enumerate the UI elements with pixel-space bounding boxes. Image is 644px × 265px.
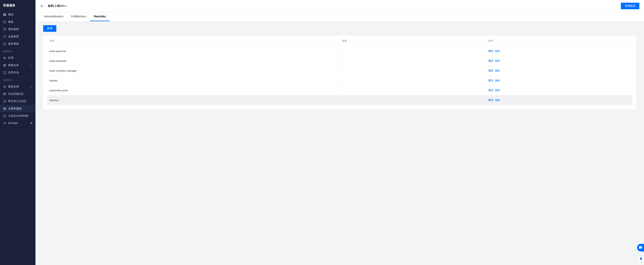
- svg-rect-1: [5, 13, 6, 14]
- cell-ops: 删除编辑: [486, 46, 632, 56]
- sidebar-ops-item-3[interactable]: 云原生监控: [0, 105, 36, 112]
- cell-template: -: [340, 85, 486, 95]
- chevron-down-icon: [30, 85, 32, 88]
- view-config-button[interactable]: 查看配置: [621, 3, 639, 9]
- delete-link[interactable]: 删除: [488, 89, 494, 92]
- svg-point-5: [4, 65, 5, 66]
- sidebar-item-label: 集群: [8, 20, 32, 24]
- sidebar-ops-item-0[interactable]: 集群运维: [0, 83, 36, 90]
- edit-link[interactable]: 编辑: [495, 69, 500, 72]
- col-header-ops: 操作: [486, 36, 632, 46]
- sidebar-ops-item-1[interactable]: 日志采集(旧): [0, 90, 36, 98]
- svg-rect-4: [4, 64, 6, 66]
- sidebar-app-item-2[interactable]: 应用市场: [0, 69, 36, 76]
- sidebar-section-ops: 运维中心: [0, 76, 36, 83]
- cell-name: kubelet: [47, 76, 340, 85]
- table-row: kubelet-删除编辑: [47, 76, 632, 85]
- svg-rect-7: [4, 93, 6, 95]
- table-row: cadvisor-删除编辑: [47, 95, 632, 105]
- tab-rawjobs[interactable]: RawJobs: [90, 12, 110, 21]
- calendar-icon: [3, 92, 6, 95]
- tab-servicemonitors[interactable]: ServiceMonitors: [40, 12, 67, 21]
- sidebar-item-3[interactable]: 边缘集群: [0, 33, 36, 40]
- bars-icon: [3, 56, 6, 59]
- delete-link[interactable]: 删除: [488, 59, 494, 62]
- edit-link[interactable]: 编辑: [495, 99, 500, 101]
- cell-name: kube-controller-manager: [47, 66, 340, 76]
- table-row: kube-apiserver-删除编辑: [47, 46, 632, 56]
- cell-template: -: [340, 46, 486, 56]
- infinity-icon: [3, 122, 6, 125]
- chevron-down-icon: [30, 64, 32, 66]
- cell-ops: 删除编辑: [486, 95, 632, 105]
- cloud-icon: [3, 35, 6, 38]
- cell-ops: 删除编辑: [486, 56, 632, 66]
- table-card: 名称 模板 操作 kube-apiserver-删除编辑kube-schedul…: [43, 36, 636, 109]
- square-icon: [3, 71, 6, 74]
- chat-float-button[interactable]: [637, 244, 644, 252]
- hex-icon: [3, 114, 6, 117]
- sidebar-item-label: 云原生监控: [8, 107, 32, 110]
- sidebar-item-label: 应用市场: [8, 71, 32, 74]
- table-row: kube-controller-manager-删除编辑: [47, 66, 632, 76]
- cell-name: kube-scheduler: [47, 56, 340, 66]
- sidebar-item-label: 概览: [8, 13, 32, 16]
- cell-template: -: [340, 95, 486, 105]
- sidebar-section-app: 应用中心: [0, 47, 36, 54]
- sidebar-item-label: 云原生etcd(内测): [8, 114, 32, 118]
- sidebar-item-label: 弹性集群: [8, 27, 32, 31]
- box-icon: [3, 64, 6, 67]
- delete-link[interactable]: 删除: [488, 99, 494, 101]
- sidebar-item-label: 集群运维: [8, 85, 30, 88]
- edit-link[interactable]: 编辑: [495, 49, 500, 52]
- chart-icon: [3, 107, 6, 110]
- sidebar-title: 容器服务: [0, 0, 36, 11]
- sidebar-item-0[interactable]: 概览: [0, 11, 36, 18]
- sidebar-ops-item-4[interactable]: 云原生etcd(内测): [0, 112, 36, 120]
- add-button[interactable]: 新增: [43, 25, 56, 32]
- edit-link[interactable]: 编辑: [495, 89, 500, 92]
- col-header-template: 模板: [340, 36, 486, 46]
- sidebar-ops-item-2[interactable]: 事件持久化(旧): [0, 98, 36, 105]
- sidebar-item-label: 边缘集群: [8, 35, 32, 38]
- delete-link[interactable]: 删除: [488, 69, 494, 72]
- cell-ops: 删除编辑: [486, 85, 632, 95]
- sidebar-app-item-1[interactable]: 镜像仓库: [0, 62, 36, 69]
- sidebar-ops-item-5[interactable]: DevOps: [0, 120, 36, 127]
- hex-icon: [3, 28, 6, 31]
- help-float-button[interactable]: [638, 256, 644, 262]
- edit-link[interactable]: 编辑: [495, 79, 500, 82]
- cell-template: -: [340, 66, 486, 76]
- col-header-name: 名称: [47, 36, 340, 46]
- content: 新增 名称 模板 操作 kube-apiserver-删除编辑kube-sche…: [36, 21, 644, 265]
- delete-link[interactable]: 删除: [488, 79, 494, 82]
- cell-ops: 删除编辑: [486, 76, 632, 85]
- tab-podmonitors[interactable]: PodMonitors: [67, 12, 90, 21]
- sidebar-item-label: DevOps: [8, 122, 30, 125]
- table-row: kube-scheduler-删除编辑: [47, 56, 632, 66]
- delete-link[interactable]: 删除: [488, 49, 494, 52]
- sidebar-item-label: 服务网格: [8, 42, 32, 46]
- edit-link[interactable]: 编辑: [495, 59, 500, 62]
- main: 集群(上海)/cls-... 查看配置 ServiceMonitorsPodMo…: [36, 0, 644, 265]
- cell-template: -: [340, 56, 486, 66]
- breadcrumb: 集群(上海)/cls-...: [48, 4, 621, 8]
- hex-icon: [3, 85, 6, 88]
- cell-name: kube-apiserver: [47, 46, 340, 56]
- grid-icon: [3, 13, 6, 16]
- sidebar-item-4[interactable]: 服务网格: [0, 40, 36, 47]
- svg-rect-3: [5, 15, 6, 16]
- svg-rect-6: [4, 72, 6, 74]
- cell-ops: 删除编辑: [486, 66, 632, 76]
- sidebar-item-2[interactable]: 弹性集群: [0, 26, 36, 33]
- svg-rect-0: [4, 13, 4, 14]
- cell-name: cadvisor: [47, 95, 340, 105]
- back-button[interactable]: [40, 4, 44, 8]
- header: 集群(上海)/cls-... 查看配置: [36, 0, 644, 12]
- sidebar-item-label: 镜像仓库: [8, 63, 30, 67]
- cell-name: kubernetes-pods: [47, 85, 340, 95]
- sidebar-app-item-0[interactable]: 应用: [0, 54, 36, 62]
- svg-rect-2: [4, 15, 4, 16]
- cell-template: -: [340, 76, 486, 85]
- sidebar-item-1[interactable]: 集群: [0, 18, 36, 26]
